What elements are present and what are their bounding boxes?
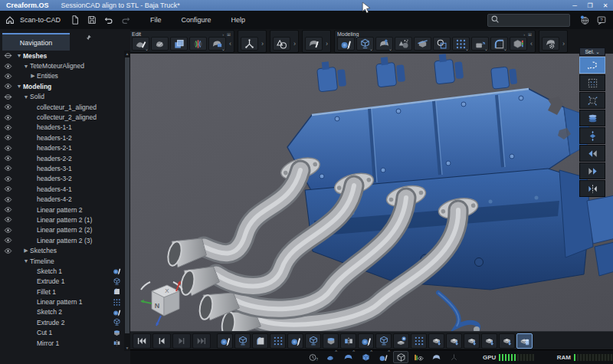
- color-box-tool-button[interactable]: [510, 37, 527, 51]
- timeline-feature-pattern-button[interactable]: [411, 333, 427, 349]
- tree-row[interactable]: headers-2-2: [0, 153, 124, 163]
- scrollbar-thumb[interactable]: [125, 57, 129, 333]
- visibility-eye-icon[interactable]: [4, 205, 14, 215]
- timeline-feature-extrude-button[interactable]: [234, 333, 251, 349]
- tree-row[interactable]: headers-4-2: [0, 194, 124, 204]
- sketch-shapes-tool-button[interactable]: [273, 37, 290, 51]
- visibility-eye-icon[interactable]: [4, 92, 14, 101]
- sketch-display-button[interactable]: ^: [375, 351, 391, 363]
- home-button[interactable]: [3, 13, 17, 27]
- tree-row[interactable]: ▼Solid: [0, 92, 124, 102]
- ribbon-group-controls[interactable]: › ⊞: [523, 31, 533, 37]
- tree-row[interactable]: Extrude 2: [0, 317, 124, 327]
- extrude-tool-button[interactable]: ⌄: [356, 37, 374, 51]
- tree-chevron-icon[interactable]: ▼: [22, 64, 30, 69]
- menu-configure[interactable]: Configure: [172, 16, 221, 24]
- ribbon-group-scroll[interactable]: ›: [261, 40, 264, 48]
- sketch-tool-button[interactable]: [337, 37, 355, 51]
- surface-pin-tool-button[interactable]: ⌄: [375, 37, 393, 51]
- visibility-eye-icon[interactable]: [4, 225, 14, 234]
- viewport-3d[interactable]: X N: [130, 54, 613, 331]
- visibility-eye-icon[interactable]: [4, 82, 14, 91]
- tree-row[interactable]: headers-2-1: [0, 143, 124, 153]
- history-button[interactable]: ?: [305, 351, 320, 363]
- tree-row[interactable]: ▶Entities: [0, 71, 124, 81]
- axes-toggle-button[interactable]: [446, 351, 461, 363]
- timeline-feature-fillet-f-button[interactable]: [252, 333, 268, 349]
- ribbon-group-scroll[interactable]: ›: [562, 40, 565, 48]
- timeline-feature-body-button[interactable]: [499, 333, 515, 349]
- edit-mesh-tool-button[interactable]: ⌄: [132, 37, 149, 51]
- tree-row[interactable]: Mirror 1: [0, 338, 124, 348]
- mesh-display-button[interactable]: ^: [323, 351, 338, 363]
- visibility-eye-icon[interactable]: [4, 215, 14, 225]
- tab-navigation[interactable]: Navigation: [2, 33, 70, 51]
- help-chat-button[interactable]: ?: [595, 13, 608, 27]
- go-to-end-button[interactable]: [192, 333, 211, 349]
- visibility-eye-icon[interactable]: [4, 103, 14, 112]
- step-back-button[interactable]: [152, 333, 171, 349]
- tree-row[interactable]: headers-3-2: [0, 174, 124, 184]
- sketch-mesh-tool-button[interactable]: [305, 37, 323, 51]
- timeline-feature-body-button[interactable]: [446, 333, 462, 349]
- ribbon-group-scroll[interactable]: ‹: [530, 40, 533, 48]
- window-minimize-button[interactable]: ─: [567, 0, 582, 11]
- visibility-eye-icon[interactable]: [4, 133, 14, 143]
- select-through-button[interactable]: [579, 127, 605, 144]
- visibility-eye-icon[interactable]: [4, 71, 14, 80]
- solid-display-button[interactable]: ^: [358, 351, 373, 363]
- menu-file[interactable]: File: [140, 16, 172, 24]
- cut-tool-button[interactable]: [414, 37, 431, 51]
- timeline-feature-sketch-button[interactable]: [358, 333, 374, 349]
- select-layers-button[interactable]: [579, 110, 605, 126]
- visibility-eye-icon[interactable]: [4, 195, 14, 204]
- save-button[interactable]: [85, 13, 99, 27]
- visibility-eye-icon[interactable]: [4, 113, 14, 122]
- tree-chevron-icon[interactable]: ▼: [22, 258, 30, 264]
- timeline-feature-body-cyl-button[interactable]: [516, 333, 533, 349]
- visibility-eye-icon[interactable]: [4, 154, 14, 163]
- grow-selection-button[interactable]: [579, 92, 605, 109]
- redo-button[interactable]: [119, 13, 133, 27]
- tree-chevron-icon[interactable]: ▼: [15, 53, 23, 58]
- tree-row[interactable]: Linear pattern 2 (3): [0, 235, 124, 245]
- surface-filter-button[interactable]: [428, 351, 444, 363]
- timeline-feature-sketch-button[interactable]: [217, 333, 233, 349]
- timeline-feature-body-button[interactable]: [464, 333, 480, 349]
- visibility-eye-icon[interactable]: [4, 185, 14, 194]
- tree-chevron-icon[interactable]: ▶: [22, 248, 30, 254]
- undo-button[interactable]: [102, 13, 116, 27]
- timeline-feature-boss-button[interactable]: [393, 333, 409, 349]
- axis-tripod-tool-button[interactable]: [241, 37, 258, 51]
- pattern-tool-button[interactable]: ⌄: [452, 37, 470, 51]
- search-input[interactable]: [500, 17, 567, 24]
- tree-row[interactable]: Linear pattern 2 (1): [0, 215, 124, 225]
- search-box[interactable]: [487, 14, 570, 27]
- visibility-eye-icon[interactable]: [4, 164, 14, 173]
- tree-row[interactable]: ▼TeteMoteurAligned: [0, 61, 124, 71]
- shrink-selection-button[interactable]: [579, 74, 605, 91]
- visibility-eye-icon[interactable]: [4, 143, 14, 152]
- go-to-start-button[interactable]: [133, 333, 151, 349]
- tree-row[interactable]: Linear pattern 2 (2): [0, 225, 124, 235]
- menu-help[interactable]: Help: [221, 16, 256, 24]
- tree-row[interactable]: ▼Modeling: [0, 81, 124, 91]
- tree-row[interactable]: Linear pattern 1: [0, 297, 124, 307]
- gear-surface-tool-button[interactable]: [542, 37, 559, 51]
- tree-row[interactable]: Linear pattern 2: [0, 205, 124, 215]
- scroll-up-arrow[interactable]: ▲: [124, 51, 130, 57]
- tree-row[interactable]: Cut 1: [0, 328, 124, 338]
- planes-tool-button[interactable]: [170, 37, 188, 51]
- tree-chevron-icon[interactable]: ▼: [22, 94, 30, 100]
- clean-mesh-tool-button[interactable]: [151, 37, 169, 51]
- visibility-eye-icon[interactable]: [4, 236, 14, 245]
- tree-row[interactable]: headers-3-1: [0, 163, 124, 173]
- tree-row[interactable]: headers-1-2: [0, 133, 124, 143]
- tree-scrollbar[interactable]: ▲ ▼: [124, 51, 130, 351]
- primitives-tool-button[interactable]: [395, 37, 412, 51]
- new-document-button[interactable]: [68, 13, 82, 27]
- step-forward-button[interactable]: [172, 333, 191, 349]
- ribbon-group-controls[interactable]: › ⊞: [222, 31, 231, 37]
- tree-row[interactable]: Fillet 1: [0, 287, 124, 297]
- window-maximize-button[interactable]: ❐: [582, 0, 598, 11]
